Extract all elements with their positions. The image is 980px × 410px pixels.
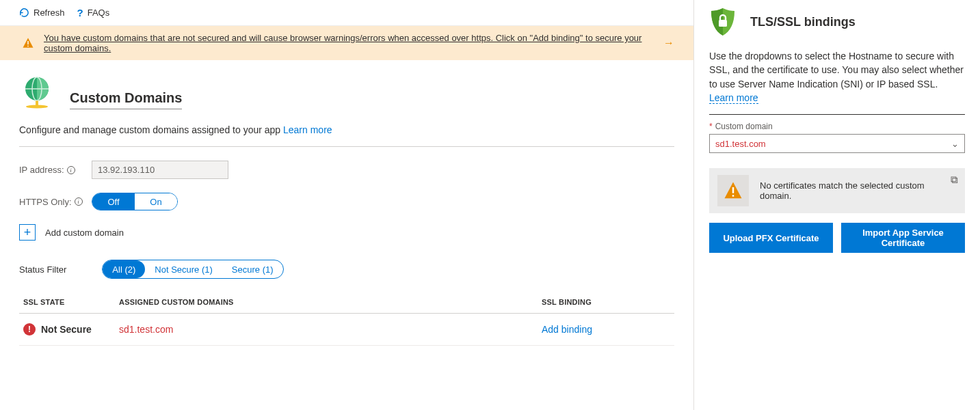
divider <box>19 146 674 147</box>
custom-domain-label: *Custom domain <box>709 122 965 131</box>
table-row: ! Not Secure sd1.test.com Add binding <box>19 314 674 346</box>
panel-header: TLS/SSL bindings <box>709 7 965 37</box>
faqs-label: FAQs <box>88 8 110 18</box>
filter-all[interactable]: All (2) <box>103 260 145 278</box>
panel-desc: Use the dropdowns to select the Hostname… <box>709 49 965 105</box>
refresh-button[interactable]: Refresh <box>19 8 65 18</box>
page-header: Custom Domains <box>19 74 674 109</box>
upload-pfx-button[interactable]: Upload PFX Certificate <box>709 223 833 253</box>
learn-more-link[interactable]: Learn more <box>283 124 332 136</box>
https-label: HTTPS Only: i <box>19 197 85 207</box>
ssl-state-cell: ! Not Secure <box>23 323 111 336</box>
page-desc: Configure and manage custom domains assi… <box>19 124 674 135</box>
warning-bar: You have custom domains that are not sec… <box>0 26 693 60</box>
filter-secure[interactable]: Secure (1) <box>222 260 283 278</box>
select-value: sd1.test.com <box>715 139 766 149</box>
alert-icon: ! <box>23 323 36 336</box>
question-icon: ? <box>77 7 83 18</box>
svg-rect-9 <box>732 195 734 197</box>
svg-rect-8 <box>732 187 734 193</box>
info-icon[interactable]: i <box>75 197 83 206</box>
no-cert-alert: No certificates match the selected custo… <box>709 168 965 213</box>
add-domain-button[interactable]: + <box>19 224 36 241</box>
side-panel: TLS/SSL bindings Use the dropdowns to se… <box>694 0 980 410</box>
filter-not-secure[interactable]: Not Secure (1) <box>145 260 222 278</box>
info-icon[interactable]: i <box>67 166 75 174</box>
add-binding-link[interactable]: Add binding <box>538 314 674 346</box>
panel-divider <box>709 114 965 115</box>
domain-cell[interactable]: sd1.test.com <box>115 314 538 346</box>
ip-row: IP address: i <box>19 161 674 179</box>
plus-icon: + <box>24 226 31 240</box>
main-area: Refresh ? FAQs You have custom domains t… <box>0 0 694 410</box>
col-binding: SSL BINDING <box>538 291 674 314</box>
toggle-on[interactable]: On <box>135 193 177 210</box>
toolbar: Refresh ? FAQs <box>0 0 693 26</box>
chevron-down-icon: ⌄ <box>951 139 959 149</box>
alert-icon-wrap <box>717 175 749 206</box>
svg-rect-0 <box>27 41 29 44</box>
warning-link[interactable]: You have custom domains that are not sec… <box>44 33 647 53</box>
custom-domain-select[interactable]: sd1.test.com ⌄ <box>709 134 965 153</box>
https-row: HTTPS Only: i Off On <box>19 193 674 210</box>
globe-icon <box>19 74 55 109</box>
popout-icon[interactable]: ⧉ <box>951 174 958 186</box>
toggle-off[interactable]: Off <box>92 193 135 210</box>
https-toggle[interactable]: Off On <box>92 193 178 210</box>
ip-input[interactable] <box>92 161 228 179</box>
panel-button-row: Upload PFX Certificate Import App Servic… <box>709 223 965 253</box>
svg-rect-1 <box>27 46 29 47</box>
alert-text: No certificates match the selected custo… <box>760 180 957 201</box>
status-filter[interactable]: All (2) Not Secure (1) Secure (1) <box>102 260 283 279</box>
status-filter-row: Status Filter All (2) Not Secure (1) Sec… <box>19 260 674 279</box>
arrow-right-icon: → <box>663 37 674 49</box>
warning-icon <box>22 37 34 49</box>
table-header-row: SSL STATE ASSIGNED CUSTOM DOMAINS SSL BI… <box>19 291 674 314</box>
refresh-label: Refresh <box>34 8 65 18</box>
shield-icon <box>709 7 737 37</box>
svg-rect-7 <box>719 20 727 27</box>
warning-icon <box>723 180 743 201</box>
ip-label: IP address: i <box>19 165 85 175</box>
panel-learn-more-link[interactable]: Learn more <box>709 92 758 104</box>
panel-title: TLS/SSL bindings <box>750 15 856 29</box>
content: Custom Domains Configure and manage cust… <box>0 60 693 346</box>
add-domain-row: + Add custom domain <box>19 224 674 241</box>
faqs-button[interactable]: ? FAQs <box>77 7 110 18</box>
col-domain: ASSIGNED CUSTOM DOMAINS <box>115 291 538 314</box>
add-domain-label: Add custom domain <box>45 228 124 238</box>
domains-table: SSL STATE ASSIGNED CUSTOM DOMAINS SSL BI… <box>19 291 674 346</box>
refresh-icon <box>19 8 29 18</box>
page-title: Custom Domains <box>70 90 182 109</box>
col-ssl-state: SSL STATE <box>19 291 115 314</box>
required-asterisk: * <box>709 122 713 131</box>
import-cert-button[interactable]: Import App Service Certificate <box>841 223 965 253</box>
status-filter-label: Status Filter <box>19 264 66 275</box>
